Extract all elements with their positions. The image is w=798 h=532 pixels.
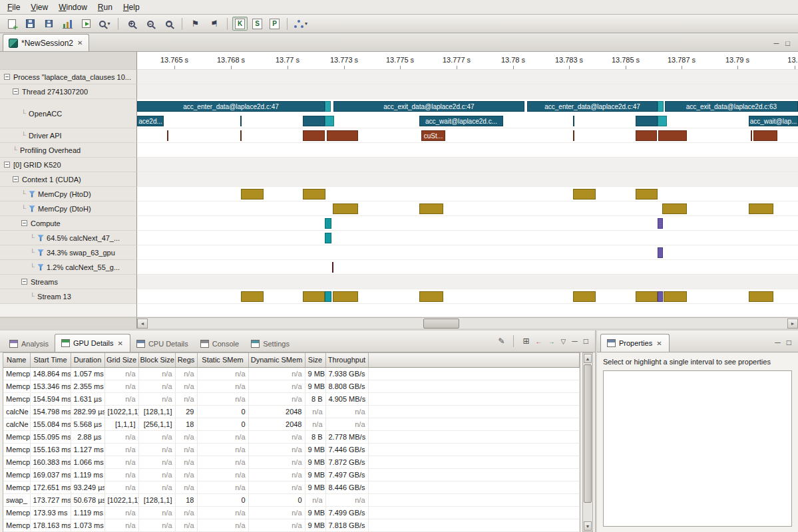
profile-button[interactable] xyxy=(59,16,76,31)
interval-bar[interactable]: cuSt... xyxy=(421,130,445,141)
save-button[interactable] xyxy=(22,16,39,31)
close-icon[interactable]: ✕ xyxy=(117,340,124,347)
interval-bar[interactable] xyxy=(167,130,168,141)
interval-bar[interactable] xyxy=(636,116,658,126)
scroll-right-button[interactable]: ► xyxy=(787,319,798,329)
column-header-dynamic-smem[interactable]: Dynamic SMem xyxy=(248,353,305,367)
maximize-icon[interactable]: □ xyxy=(785,39,790,47)
next-match-icon[interactable]: → xyxy=(548,338,555,345)
tab-properties[interactable]: Properties ✕ xyxy=(600,334,670,352)
close-icon[interactable]: ✕ xyxy=(656,340,662,347)
column-header-regs[interactable]: Regs xyxy=(175,353,197,367)
interval-bar[interactable] xyxy=(333,203,358,214)
column-header-static-smem[interactable]: Static SMem xyxy=(197,353,248,367)
collapse-icon[interactable]: − xyxy=(13,176,19,182)
scrollbar-thumb[interactable] xyxy=(584,364,592,503)
column-header-block-size[interactable]: Block Size xyxy=(138,353,175,367)
interval-bar[interactable] xyxy=(327,130,358,141)
tree-item-streams[interactable]: −Streams xyxy=(0,275,137,289)
column-header-name[interactable]: Name xyxy=(3,353,30,367)
table-row[interactable]: Memcp153.346 ms2.355 msn/an/an/an/an/a9 … xyxy=(3,380,580,392)
column-header-grid-size[interactable]: Grid Size xyxy=(104,353,138,367)
zoom-out-button[interactable]: − xyxy=(142,16,158,31)
table-row[interactable]: Memcp169.037 ms1.119 msn/an/an/an/an/a9 … xyxy=(3,468,580,481)
save-all-button[interactable] xyxy=(41,16,57,31)
interval-bar[interactable] xyxy=(240,116,242,126)
interval-bar[interactable] xyxy=(658,218,663,229)
column-header-start-time[interactable]: Start Time xyxy=(30,353,71,367)
tree-item-context-1-cuda-[interactable]: −Context 1 (CUDA) xyxy=(0,172,137,187)
dropdown-icon[interactable]: ▾ xyxy=(107,21,110,27)
dropdown-icon[interactable]: ▾ xyxy=(305,21,307,27)
menu-run[interactable]: Run xyxy=(93,1,118,13)
menu-file[interactable]: File xyxy=(2,1,25,13)
tree-item-64-5-calcnext-47-[interactable]: └64.5% calcNext_47_... xyxy=(0,231,137,245)
prev-match-icon[interactable]: ← xyxy=(536,338,542,345)
view-menu-icon[interactable]: ▽ xyxy=(561,338,566,345)
interval-bar[interactable] xyxy=(325,291,331,302)
table-row[interactable]: Memcp155.095 ms2.88 µsn/an/an/an/an/a8 B… xyxy=(3,430,580,443)
interval-bar[interactable] xyxy=(749,203,773,214)
menu-window[interactable]: Window xyxy=(53,1,93,13)
tree-item-34-3-swap-63-gpu[interactable]: └34.3% swap_63_gpu xyxy=(0,245,137,260)
menu-help[interactable]: Help xyxy=(118,1,145,13)
tree-item-thread-2741307200[interactable]: −Thread 2741307200 xyxy=(0,84,137,99)
column-header-throughput[interactable]: Throughput xyxy=(325,353,368,367)
horizontal-scrollbar[interactable]: ◄ ► xyxy=(137,317,798,329)
column-header-duration[interactable]: Duration xyxy=(71,353,104,367)
table-row[interactable]: calcNe155.084 ms5.568 µs[1,1,1][256,1,1]… xyxy=(3,418,580,430)
interval-bar[interactable]: ace2d... xyxy=(137,116,164,126)
new-session-button[interactable] xyxy=(3,16,20,31)
tree-item-memcpy-dtoh-[interactable]: └MemCpy (DtoH) xyxy=(0,201,137,216)
marker-previous-button[interactable]: ⚑ xyxy=(187,16,204,31)
table-row[interactable]: swap_173.727 ms50.678 µs[1022,1,1][128,1… xyxy=(3,493,580,506)
tab-analysis[interactable]: Analysis xyxy=(3,335,55,352)
interval-bar[interactable] xyxy=(325,101,331,112)
collapse-icon[interactable]: − xyxy=(4,162,10,168)
tab-gpu-details[interactable]: GPU Details✕ xyxy=(55,334,130,352)
interval-bar[interactable]: acc_enter_data@laplace2d.c:47 xyxy=(137,101,325,112)
interval-bar[interactable] xyxy=(325,233,331,243)
interval-bar[interactable] xyxy=(240,130,242,141)
interval-bar[interactable] xyxy=(658,291,663,302)
table-row[interactable]: Memcp173.93 ms1.119 msn/an/an/an/an/a9 M… xyxy=(3,506,580,519)
run-button[interactable] xyxy=(78,16,95,31)
tree-item-profiling-overhead[interactable]: └Profiling Overhead xyxy=(0,143,137,158)
interval-bar[interactable] xyxy=(658,116,667,126)
tree-item--0-grid-k520[interactable]: −[0] GRID K520 xyxy=(0,158,137,172)
interval-bar[interactable]: acc_wait@lap... xyxy=(749,116,798,126)
scroll-down-button[interactable]: ▼ xyxy=(584,521,592,531)
interval-bar[interactable] xyxy=(658,101,664,112)
tab-console[interactable]: Console xyxy=(194,335,245,352)
interval-bar[interactable] xyxy=(241,189,264,200)
column-header-size[interactable]: Size xyxy=(305,353,325,367)
interval-bar[interactable] xyxy=(325,116,334,126)
interval-bar[interactable] xyxy=(664,291,687,302)
scroll-up-button[interactable]: ▲ xyxy=(584,354,592,363)
interval-bar[interactable] xyxy=(753,130,777,141)
interval-bar[interactable]: acc_wait@laplace2d.c... xyxy=(419,116,503,126)
minimize-icon[interactable]: ─ xyxy=(775,338,781,347)
tree-item-openacc[interactable]: └OpenACC xyxy=(0,99,137,128)
grid-icon[interactable]: ⊞ xyxy=(522,336,529,346)
interval-bar[interactable] xyxy=(751,130,752,141)
interval-bar[interactable] xyxy=(332,262,333,273)
scroll-left-button[interactable]: ◄ xyxy=(137,319,148,329)
interval-bar[interactable]: acc_exit_data@laplace2d.c:63 xyxy=(665,101,798,112)
interval-bar[interactable] xyxy=(573,189,596,200)
collapse-icon[interactable]: − xyxy=(21,279,27,285)
process-timeline-toggle[interactable]: P xyxy=(267,17,282,31)
table-row[interactable]: Memcp154.594 ms1.631 µsn/an/an/an/an/a8 … xyxy=(3,392,580,405)
close-icon[interactable]: ✕ xyxy=(77,39,83,47)
interval-bar[interactable] xyxy=(636,189,658,200)
interval-bar[interactable] xyxy=(636,130,657,141)
tree-item-driver-api[interactable]: └Driver API xyxy=(0,128,137,143)
analysis-button[interactable]: ▾ xyxy=(292,16,309,31)
tree-item-1-2-calcnext-55-g-[interactable]: └1.2% calcNext_55_g... xyxy=(0,260,137,275)
marker-next-button[interactable]: ⚑ xyxy=(206,16,222,31)
interval-bar[interactable] xyxy=(241,291,264,302)
tab-cpu-details[interactable]: CPU Details xyxy=(130,335,194,352)
interval-bar[interactable] xyxy=(303,116,325,126)
maximize-icon[interactable]: □ xyxy=(584,336,588,346)
minimize-icon[interactable]: ─ xyxy=(572,336,578,346)
